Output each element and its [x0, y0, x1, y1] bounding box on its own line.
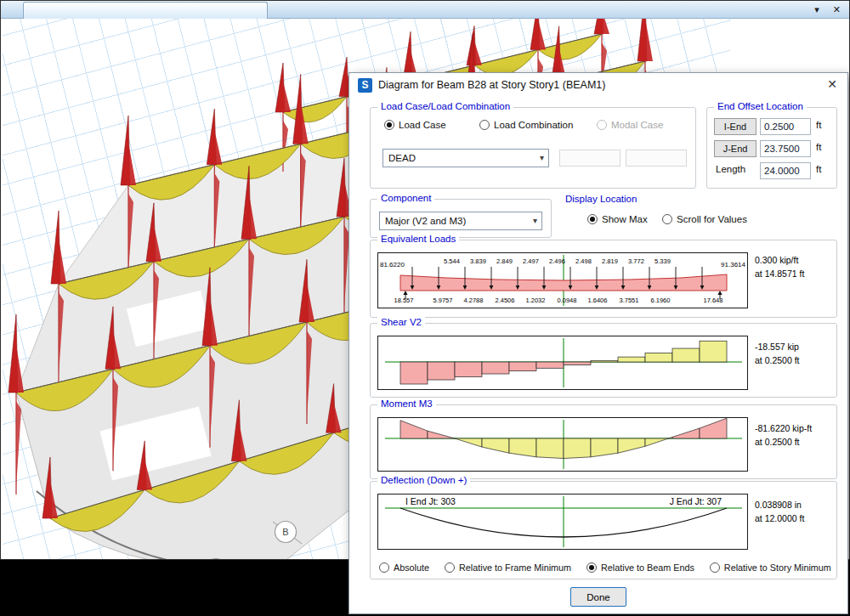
equivalent-loads-group: Equivalent Loads 5.5443.8392.8492.4972.4… [370, 240, 837, 318]
view-tab[interactable]: 3-D View Moment 3-3 Diagram (DEAD) [kip-… [23, 2, 268, 19]
deflection-options: Absolute Relative to Frame Minimum Relat… [379, 562, 831, 573]
window-titlebar: 3-D View Moment 3-3 Diagram (DEAD) [kip-… [1, 1, 849, 19]
end-offset-group-label: End Offset Location [714, 101, 807, 111]
svg-text:2.496: 2.496 [549, 257, 565, 265]
moment-info: -81.6220 kip-ft at 0.2500 ft [755, 422, 812, 449]
svg-text:3.772: 3.772 [628, 257, 644, 265]
svg-text:3.839: 3.839 [470, 257, 486, 265]
svg-text:J End Jt: 307: J End Jt: 307 [670, 496, 722, 506]
radio-label: Load Case [399, 120, 446, 130]
chevron-down-icon: ▾ [533, 216, 537, 225]
radio-load-combination[interactable]: Load Combination [479, 120, 573, 130]
svg-text:B: B [282, 527, 288, 537]
length-unit: ft [816, 164, 821, 174]
svg-text:0.0948: 0.0948 [558, 297, 577, 304]
moment-plot[interactable] [377, 417, 748, 472]
radio-relative-story-minimum[interactable]: Relative to Story Minimum [710, 562, 831, 573]
radio-load-case[interactable]: Load Case [384, 120, 446, 130]
deflection-info: 0.038908 in at 12.0000 ft [755, 499, 804, 526]
shear-plot[interactable] [377, 336, 748, 390]
svg-text:2.497: 2.497 [523, 257, 539, 265]
load-case-group-label: Load Case/Load Combination [377, 101, 513, 111]
svg-text:5.544: 5.544 [444, 257, 460, 265]
svg-text:91.3614: 91.3614 [721, 261, 745, 268]
component-group: Component Major (V2 and M3) ▾ [370, 199, 552, 238]
i-end-unit: ft [816, 120, 821, 130]
radio-relative-beam-ends[interactable]: Relative to Beam Ends [586, 562, 694, 573]
radio-label: Scroll for Values [677, 214, 747, 224]
radio-icon [587, 214, 598, 224]
modal-case-field-disabled [626, 150, 687, 167]
i-end-input[interactable] [760, 118, 811, 135]
radio-label: Modal Case [611, 120, 663, 130]
j-end-input[interactable] [760, 140, 811, 157]
radio-icon [586, 562, 597, 573]
moment-label: Moment M3 [377, 398, 436, 409]
radio-icon [479, 120, 490, 130]
svg-text:2.819: 2.819 [602, 257, 618, 265]
load-combination-field-disabled [559, 150, 620, 167]
component-select[interactable]: Major (V2 and M3) ▾ [379, 212, 542, 230]
j-end-unit: ft [816, 142, 821, 152]
radio-modal-case: Modal Case [597, 120, 663, 130]
radio-label: Relative to Beam Ends [601, 562, 694, 573]
equivalent-loads-label: Equivalent Loads [377, 234, 459, 244]
window-menu-icon[interactable]: ▾ [814, 4, 819, 15]
svg-text:5.339: 5.339 [654, 257, 671, 265]
radio-icon [445, 562, 455, 573]
svg-text:1.2032: 1.2032 [526, 297, 546, 304]
radio-label: Show Max [602, 214, 648, 224]
svg-text:2.498: 2.498 [575, 257, 592, 265]
svg-text:4.2788: 4.2788 [464, 297, 484, 304]
beam-diagram-dialog: S Diagram for Beam B28 at Story Story1 (… [348, 72, 848, 614]
component-group-label: Component [377, 193, 434, 203]
radio-icon [379, 562, 389, 573]
dialog-title: Diagram for Beam B28 at Story Story1 (BE… [378, 79, 605, 91]
length-input[interactable] [760, 162, 811, 179]
length-label: Length [716, 164, 745, 174]
equivalent-loads-info: 0.300 kip/ft at 14.8571 ft [755, 254, 804, 281]
radio-show-max[interactable]: Show Max [587, 214, 648, 224]
window-controls: ▾ ✕ [814, 1, 841, 19]
radio-relative-frame-minimum[interactable]: Relative to Frame Minimum [445, 562, 571, 573]
svg-text:2.849: 2.849 [496, 257, 513, 265]
radio-label: Load Combination [494, 120, 573, 130]
done-button[interactable]: Done [570, 587, 626, 607]
component-selected-value: Major (V2 and M3) [385, 216, 466, 226]
deflection-group: Deflection (Down +) I End Jt: 303J End J… [370, 481, 837, 579]
radio-icon [662, 214, 672, 224]
deflection-label: Deflection (Down +) [377, 475, 470, 485]
j-end-button[interactable]: J-End [714, 140, 756, 157]
shear-info: -18.557 kip at 0.2500 ft [755, 341, 800, 368]
load-case-select[interactable]: DEAD ▾ [382, 149, 549, 167]
equivalent-loads-plot[interactable]: 5.5443.8392.8492.4972.4962.4982.8193.772… [377, 252, 748, 308]
end-offset-group: End Offset Location I-End ft J-End ft Le… [706, 107, 837, 189]
shear-label: Shear V2 [377, 317, 425, 327]
chevron-down-icon: ▾ [540, 153, 544, 162]
app-logo-icon: S [358, 78, 372, 93]
radio-label: Absolute [394, 562, 429, 573]
radio-icon [710, 562, 720, 573]
i-end-button[interactable]: I-End [714, 118, 756, 135]
radio-label: Relative to Frame Minimum [459, 562, 571, 573]
moment-group: Moment M3 -81.6220 kip-ft at 0.2500 ft [370, 404, 837, 479]
window-close-icon[interactable]: ✕ [833, 4, 841, 15]
display-location-label: Display Location [565, 194, 637, 204]
load-case-group: Load Case/Load Combination Load Case Loa… [370, 107, 696, 189]
svg-text:1.6406: 1.6406 [588, 297, 608, 304]
radio-absolute[interactable]: Absolute [379, 562, 429, 573]
svg-text:81.6220: 81.6220 [380, 261, 405, 268]
radio-scroll-for-values[interactable]: Scroll for Values [662, 214, 747, 224]
svg-text:3.7551: 3.7551 [620, 297, 639, 304]
dialog-close-icon[interactable]: ✕ [827, 77, 837, 91]
radio-icon [384, 120, 394, 130]
svg-text:5.9757: 5.9757 [434, 297, 453, 304]
radio-icon [597, 120, 607, 130]
svg-text:18.557: 18.557 [394, 297, 414, 304]
shear-group: Shear V2 -18.557 kip at 0.2500 ft [370, 323, 837, 398]
svg-text:6.1960: 6.1960 [651, 297, 671, 304]
svg-text:I End Jt: 303: I End Jt: 303 [405, 496, 456, 506]
deflection-plot[interactable]: I End Jt: 303J End Jt: 307 [377, 494, 748, 550]
radio-label: Relative to Story Minimum [724, 562, 831, 573]
load-case-selected-value: DEAD [388, 153, 416, 163]
